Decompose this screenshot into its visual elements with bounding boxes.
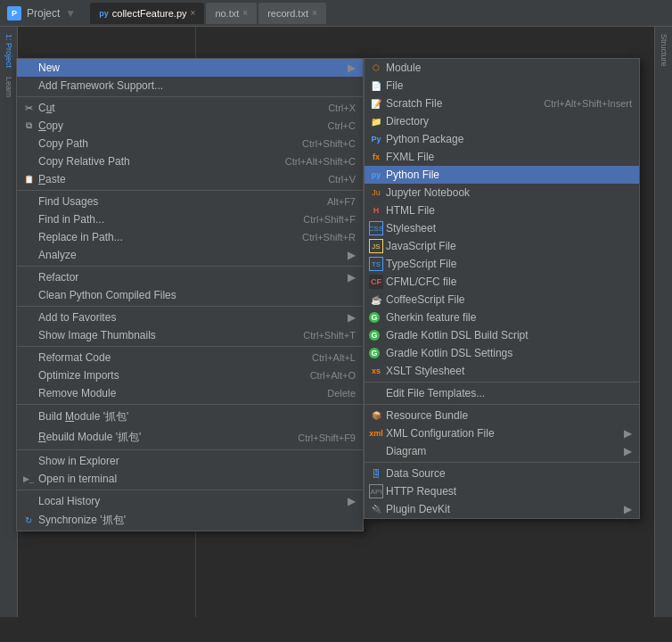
submenu-item-python-file[interactable]: py Python File	[365, 166, 639, 184]
menu-item-local-history[interactable]: Local History ▶	[17, 492, 363, 510]
submenu-item-gradle-build[interactable]: G Gradle Kotlin DSL Build Script	[365, 326, 639, 344]
submenu-item-gradle-settings[interactable]: G Gradle Kotlin DSL Settings	[365, 344, 639, 362]
jupyter-icon: Ju	[369, 185, 383, 200]
terminal-icon: ▶_	[21, 472, 36, 486]
fxml-icon: fx	[369, 150, 383, 164]
favorites-arrow-icon: ▶	[348, 311, 356, 324]
submenu-item-fxml-file[interactable]: fx FXML File	[365, 148, 639, 166]
submenu-item-module[interactable]: ⬡ Module	[365, 59, 639, 77]
menu-item-reformat[interactable]: Reformat Code Ctrl+Alt+L	[17, 349, 363, 366]
history-arrow-icon: ▶	[348, 495, 356, 507]
plugin-icon: 🔌	[369, 502, 383, 516]
xml-icon: xml	[369, 426, 383, 440]
submenu-item-resource-bundle[interactable]: 📦 Resource Bundle	[365, 407, 639, 424]
tab-close-no[interactable]: ×	[242, 8, 248, 18]
tab-close-collect[interactable]: ×	[191, 8, 196, 18]
http-icon: API	[369, 484, 383, 498]
menu-item-build-module[interactable]: Build Module '抓包'	[17, 407, 363, 427]
submenu-item-python-package[interactable]: Py Python Package	[365, 130, 639, 148]
menu-item-show-thumbnails[interactable]: Show Image Thumbnails Ctrl+Shift+T	[17, 326, 363, 344]
db-icon: 🗄	[369, 466, 383, 481]
menu-item-copy-relative-path[interactable]: Copy Relative Path Ctrl+Alt+Shift+C	[17, 152, 363, 170]
html-icon: H	[369, 203, 383, 218]
submenu-separator-2	[365, 404, 639, 405]
menu-item-cut[interactable]: ✂ Cut Ctrl+X	[17, 99, 363, 117]
menu-item-optimize-imports[interactable]: Optimize Imports Ctrl+Alt+O	[17, 366, 363, 384]
cfml-icon: CF	[369, 275, 383, 289]
tab-no-txt[interactable]: no.txt ×	[206, 3, 257, 24]
submenu-item-plugin-devkit[interactable]: 🔌 Plugin DevKit ▶	[365, 500, 639, 518]
menu-item-open-terminal[interactable]: ▶_ Open in terminal	[17, 470, 363, 488]
menu-item-copy-path[interactable]: Copy Path Ctrl+Shift+C	[17, 135, 363, 152]
copy-icon: ⧉	[21, 119, 36, 133]
menu-item-new[interactable]: New ▶	[17, 59, 363, 77]
analyze-arrow-icon: ▶	[348, 249, 356, 261]
submenu-separator-1	[365, 382, 639, 383]
module-icon: ⬡	[369, 61, 383, 75]
js-icon: JS	[369, 239, 383, 253]
python-file-icon: py	[369, 168, 383, 182]
refactor-arrow-icon: ▶	[348, 271, 356, 284]
tab-area: py collectFeature.py × no.txt × record.t…	[90, 3, 665, 24]
separator-3	[17, 266, 363, 267]
scratch-file-icon: 📝	[369, 96, 383, 111]
menu-item-copy[interactable]: ⧉ Copy Ctrl+C	[17, 117, 363, 135]
xslt-icon: xs	[369, 364, 383, 378]
project-label: Project	[27, 7, 60, 20]
gradle-build-icon: G	[369, 330, 380, 341]
menu-item-show-explorer[interactable]: Show in Explorer	[17, 452, 363, 470]
submenu-item-directory[interactable]: 📁 Directory	[365, 112, 639, 130]
diagram-arrow-icon: ▶	[624, 445, 632, 457]
submenu-item-jupyter[interactable]: Ju Jupyter Notebook	[365, 184, 639, 202]
separator-8	[17, 490, 363, 490]
submenu-item-cfml[interactable]: CF CFML/CFC file	[365, 273, 639, 291]
separator-2	[17, 190, 363, 191]
cut-icon: ✂	[21, 101, 36, 115]
submenu-item-http-request[interactable]: API HTTP Request	[365, 482, 639, 500]
submenu-separator-3	[365, 462, 639, 463]
menu-item-synchronize[interactable]: ↻ Synchronize '抓包'	[17, 510, 363, 531]
menu-item-remove-module[interactable]: Remove Module Delete	[17, 384, 363, 402]
submenu-item-typescript[interactable]: TS TypeScript File	[365, 255, 639, 273]
resource-bundle-icon: 📦	[369, 408, 383, 423]
title-bar: P Project ▼ py collectFeature.py × no.tx…	[0, 0, 672, 27]
new-icon	[21, 61, 36, 75]
submenu-item-xml-config[interactable]: xml XML Configuration File ▶	[365, 424, 639, 442]
separator-7	[17, 449, 363, 450]
submenu-item-file[interactable]: 📄 File	[365, 77, 639, 95]
submenu-item-data-source[interactable]: 🗄 Data Source	[365, 465, 639, 482]
menu-item-clean-python[interactable]: Clean Python Compiled Files	[17, 286, 363, 304]
menu-item-paste[interactable]: 📋 Paste Ctrl+V	[17, 170, 363, 188]
submenu-item-xslt[interactable]: xs XSLT Stylesheet	[365, 362, 639, 380]
submenu-item-stylesheet[interactable]: CSS Stylesheet	[365, 219, 639, 237]
submenu-item-coffeescript[interactable]: ☕ CoffeeScript File	[365, 291, 639, 309]
menu-item-add-favorites[interactable]: Add to Favorites ▶	[17, 309, 363, 326]
menu-item-replace-in-path[interactable]: Replace in Path... Ctrl+Shift+R	[17, 228, 363, 246]
menu-item-find-usages[interactable]: Find Usages Alt+F7	[17, 193, 363, 210]
submenu-item-javascript[interactable]: JS JavaScript File	[365, 237, 639, 255]
submenu-item-html[interactable]: H HTML File	[365, 202, 639, 219]
sync-icon: ↻	[21, 514, 36, 528]
paste-icon: 📋	[21, 172, 36, 186]
css-icon: CSS	[369, 221, 383, 235]
menu-item-add-framework[interactable]: Add Framework Support...	[17, 77, 363, 95]
separator-4	[17, 306, 363, 307]
tab-close-record[interactable]: ×	[312, 8, 317, 18]
tab-record-txt[interactable]: record.txt ×	[258, 3, 326, 24]
menu-item-find-in-path[interactable]: Find in Path... Ctrl+Shift+F	[17, 210, 363, 228]
directory-icon: 📁	[369, 114, 383, 128]
menu-item-analyze[interactable]: Analyze ▶	[17, 246, 363, 264]
coffee-icon: ☕	[369, 292, 383, 307]
submenu-item-gherkin[interactable]: G Gherkin feature file	[365, 309, 639, 326]
submenu-item-scratch-file[interactable]: 📝 Scratch File Ctrl+Alt+Shift+Insert	[365, 95, 639, 112]
menu-item-refactor[interactable]: Refactor ▶	[17, 268, 363, 286]
submenu-item-edit-templates[interactable]: Edit File Templates...	[365, 384, 639, 402]
menu-item-rebuild-module[interactable]: Rebuild Module '抓包' Ctrl+Shift+F9	[17, 427, 363, 448]
separator-1	[17, 96, 363, 97]
context-menu-overlay: New ▶ Add Framework Support... ✂ Cut Ctr…	[0, 27, 672, 617]
submenu-item-diagram[interactable]: Diagram ▶	[365, 442, 639, 460]
plugin-arrow-icon: ▶	[624, 503, 632, 515]
separator-5	[17, 346, 363, 347]
gradle-settings-icon: G	[369, 348, 380, 358]
tab-collect-feature[interactable]: py collectFeature.py ×	[90, 3, 204, 24]
